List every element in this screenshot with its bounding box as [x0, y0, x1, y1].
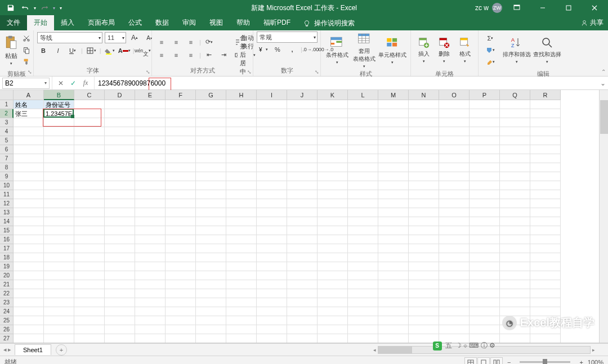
cell-A2[interactable]: 张三: [14, 109, 44, 118]
column-header-P[interactable]: P: [470, 90, 500, 100]
row-header-19[interactable]: 19: [0, 262, 14, 271]
column-header-K[interactable]: K: [318, 90, 348, 100]
tab-layout[interactable]: 页面布局: [81, 15, 122, 30]
cell-B2[interactable]: 1.23457E+17: [44, 109, 74, 118]
column-header-I[interactable]: I: [257, 90, 287, 100]
clipboard-dialog-launcher[interactable]: ⤡: [28, 69, 32, 75]
delete-cells-button[interactable]: 删除▾: [435, 32, 454, 69]
underline-button[interactable]: U▾: [66, 45, 79, 56]
cell-B1[interactable]: 身份证号: [44, 100, 74, 109]
column-header-N[interactable]: N: [409, 90, 439, 100]
find-select-button[interactable]: 查找和选择▾: [533, 32, 562, 69]
row-header-27[interactable]: 27: [0, 334, 14, 343]
merge-center-button[interactable]: 合并后居中▾: [235, 49, 256, 61]
tab-review[interactable]: 审阅: [176, 15, 203, 30]
column-header-R[interactable]: R: [530, 90, 561, 100]
column-header-J[interactable]: J: [287, 90, 318, 100]
phonetic-button[interactable]: wén文▾: [137, 45, 149, 56]
align-bottom-button[interactable]: ≡: [185, 37, 197, 48]
column-header-L[interactable]: L: [348, 90, 378, 100]
font-color-button[interactable]: A▾: [118, 45, 131, 56]
undo-button[interactable]: [19, 2, 32, 14]
font-name-combo[interactable]: 等线▾: [37, 32, 102, 43]
row-header-12[interactable]: 12: [0, 199, 14, 208]
column-header-Q[interactable]: Q: [500, 90, 530, 100]
normal-view-button[interactable]: [464, 357, 477, 365]
number-dialog-launcher[interactable]: ⤡: [315, 69, 319, 75]
insert-function-button[interactable]: fx: [81, 79, 91, 87]
column-header-D[interactable]: D: [105, 90, 135, 100]
font-dialog-launcher[interactable]: ⤡: [146, 69, 150, 75]
column-header-G[interactable]: G: [196, 90, 226, 100]
column-header-F[interactable]: F: [166, 90, 196, 100]
cell-A1[interactable]: 姓名: [14, 100, 44, 109]
cut-button[interactable]: [20, 33, 33, 44]
row-header-21[interactable]: 21: [0, 280, 14, 289]
tab-data[interactable]: 数据: [149, 15, 176, 30]
add-sheet-button[interactable]: +: [56, 344, 67, 356]
vertical-scrollbar[interactable]: [599, 90, 608, 343]
expand-formula-bar-button[interactable]: ⌄: [598, 79, 608, 87]
tab-view[interactable]: 视图: [203, 15, 230, 30]
formula-input[interactable]: 123456789009876000: [95, 79, 598, 87]
zoom-level[interactable]: 100%: [588, 359, 603, 365]
zoom-out-button[interactable]: −: [507, 359, 511, 365]
format-painter-button[interactable]: [20, 56, 33, 68]
align-right-button[interactable]: ≡: [185, 50, 197, 61]
accounting-format-button[interactable]: ¥▾: [257, 44, 269, 55]
column-header-M[interactable]: M: [378, 90, 409, 100]
row-header-26[interactable]: 26: [0, 325, 14, 334]
align-dialog-launcher[interactable]: ⤡: [247, 69, 252, 75]
row-header-16[interactable]: 16: [0, 235, 14, 244]
increase-font-button[interactable]: A▴: [128, 32, 141, 43]
increase-decimal-button[interactable]: .0→.00: [305, 44, 317, 55]
zoom-slider[interactable]: [520, 361, 570, 363]
clear-button[interactable]: ▾: [482, 56, 499, 68]
bold-button[interactable]: B: [37, 45, 50, 56]
row-header-15[interactable]: 15: [0, 226, 14, 235]
row-header-25[interactable]: 25: [0, 316, 14, 325]
row-header-11[interactable]: 11: [0, 190, 14, 199]
fill-button[interactable]: ▾: [482, 44, 499, 56]
row-header-17[interactable]: 17: [0, 244, 14, 253]
insert-cells-button[interactable]: 插入▾: [414, 32, 433, 69]
italic-button[interactable]: I: [52, 45, 64, 56]
comma-button[interactable]: ,: [286, 44, 298, 55]
autosum-button[interactable]: Σ▾: [482, 33, 499, 44]
maximize-button[interactable]: [557, 0, 580, 16]
copy-button[interactable]: [20, 44, 33, 56]
row-header-7[interactable]: 7: [0, 154, 14, 163]
border-button[interactable]: ▾: [85, 45, 97, 56]
conditional-format-button[interactable]: 条件格式▾: [324, 32, 350, 69]
align-center-button[interactable]: ≡: [170, 50, 182, 61]
percent-button[interactable]: %: [271, 44, 284, 55]
spreadsheet-grid[interactable]: ABCDEFGHIJKLMNOPQR 123456789101112131415…: [0, 90, 608, 343]
align-left-button[interactable]: ≡: [155, 50, 168, 61]
paste-button[interactable]: 粘贴 ▾: [3, 32, 19, 69]
select-all-corner[interactable]: [0, 90, 14, 100]
row-header-10[interactable]: 10: [0, 181, 14, 190]
row-header-5[interactable]: 5: [0, 136, 14, 145]
font-size-combo[interactable]: 11▾: [105, 32, 126, 43]
tab-formulas[interactable]: 公式: [122, 15, 149, 30]
row-header-4[interactable]: 4: [0, 127, 14, 136]
increase-indent-button[interactable]: ⇥: [218, 50, 230, 61]
zoom-in-button[interactable]: +: [579, 359, 583, 365]
collapse-ribbon-button[interactable]: ⌃: [601, 69, 606, 75]
tab-help[interactable]: 帮助: [230, 15, 257, 30]
tell-me-search[interactable]: 操作说明搜索: [297, 16, 360, 30]
column-header-A[interactable]: A: [14, 90, 44, 100]
page-break-view-button[interactable]: [490, 357, 503, 365]
confirm-entry-button[interactable]: ✓: [68, 79, 78, 87]
user-avatar[interactable]: ZW: [492, 3, 502, 13]
cell-styles-button[interactable]: 单元格样式▾: [378, 32, 407, 69]
row-header-2[interactable]: 2: [0, 109, 14, 118]
row-header-6[interactable]: 6: [0, 145, 14, 154]
align-middle-button[interactable]: ≡: [170, 37, 182, 48]
tab-insert[interactable]: 插入: [54, 15, 81, 30]
share-button[interactable]: 共享: [581, 18, 603, 28]
redo-button[interactable]: [38, 2, 51, 14]
format-cells-button[interactable]: 格式▾: [455, 32, 475, 69]
fill-color-button[interactable]: ▾: [104, 45, 116, 56]
row-header-20[interactable]: 20: [0, 271, 14, 280]
